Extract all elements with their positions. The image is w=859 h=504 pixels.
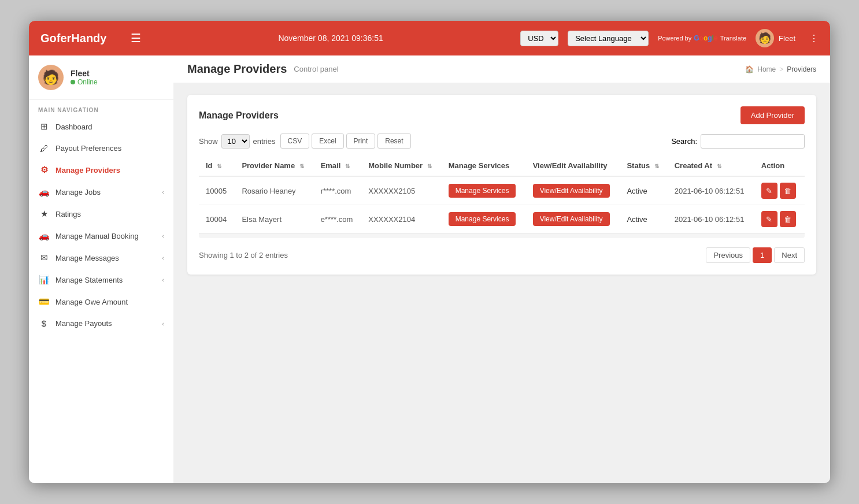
col-provider-name[interactable]: Provider Name ⇅ bbox=[235, 155, 313, 176]
cell-action-2: ✎ 🗑 bbox=[754, 205, 805, 234]
cell-availability-1: View/Edit Availability bbox=[526, 176, 620, 205]
cell-id-1: 10005 bbox=[199, 176, 235, 205]
sidebar-item-owe-amount[interactable]: 💳 Manage Owe Amount bbox=[29, 291, 173, 313]
table-row: 10004 Elsa Mayert e****.com XXXXXX2104 M… bbox=[199, 205, 805, 234]
page-1-button[interactable]: 1 bbox=[753, 247, 772, 263]
cell-status-1: Active bbox=[620, 176, 667, 205]
view-availability-btn-2[interactable]: View/Edit Availability bbox=[533, 212, 610, 226]
card-title: Manage Providers bbox=[199, 110, 279, 121]
breadcrumb: 🏠 Home > Providers bbox=[745, 65, 816, 73]
next-button[interactable]: Next bbox=[774, 247, 805, 263]
jobs-icon: 🚗 bbox=[38, 187, 50, 197]
excel-button[interactable]: Excel bbox=[312, 134, 343, 149]
sidebar-label-booking: Manage Manual Booking bbox=[55, 232, 156, 240]
delete-btn-2[interactable]: 🗑 bbox=[780, 211, 796, 227]
google-logo: Google bbox=[694, 34, 717, 42]
header: GoferHandy ☰ November 08, 2021 09:36:51 … bbox=[29, 21, 830, 55]
search-label: Search: bbox=[671, 137, 697, 146]
cell-availability-2: View/Edit Availability bbox=[526, 205, 620, 234]
payouts-arrow: ‹ bbox=[162, 320, 164, 327]
messages-arrow: ‹ bbox=[162, 254, 164, 261]
hamburger-icon[interactable]: ☰ bbox=[131, 31, 141, 45]
horizontal-scrollbar[interactable] bbox=[199, 234, 805, 238]
sidebar-item-manual-booking[interactable]: 🚗 Manage Manual Booking ‹ bbox=[29, 225, 173, 247]
print-button[interactable]: Print bbox=[346, 134, 376, 149]
sidebar-label-messages: Manage Messages bbox=[55, 254, 156, 262]
table-wrapper: Id ⇅ Provider Name ⇅ Email ⇅ Mobile Numb… bbox=[199, 155, 805, 234]
entries-select[interactable]: 10 25 50 bbox=[221, 134, 250, 149]
statements-arrow: ‹ bbox=[162, 276, 164, 283]
language-select[interactable]: Select Language bbox=[568, 31, 649, 46]
page-subtitle: Control panel bbox=[294, 65, 338, 73]
export-buttons: CSV Excel Print Reset bbox=[280, 134, 411, 149]
reset-button[interactable]: Reset bbox=[377, 134, 410, 149]
show-label: Show bbox=[199, 137, 218, 146]
delete-btn-1[interactable]: 🗑 bbox=[780, 183, 796, 199]
sidebar-label-statements: Manage Statements bbox=[55, 276, 156, 284]
sidebar-nav: ⊞ Dashboard 🖊 Payout Preferences ⚙ Manag… bbox=[29, 116, 173, 334]
breadcrumb-bar: Manage Providers Control panel 🏠 Home > … bbox=[173, 55, 830, 83]
booking-arrow: ‹ bbox=[162, 232, 164, 239]
edit-btn-1[interactable]: ✎ bbox=[761, 183, 777, 199]
manage-services-btn-2[interactable]: Manage Services bbox=[449, 212, 516, 226]
col-created-at[interactable]: Created At ⇅ bbox=[668, 155, 754, 176]
edit-btn-2[interactable]: ✎ bbox=[761, 211, 777, 227]
sidebar-user-status: Online bbox=[71, 78, 98, 86]
col-email[interactable]: Email ⇅ bbox=[314, 155, 362, 176]
main-content: Manage Providers Control panel 🏠 Home > … bbox=[173, 55, 830, 483]
table-row: 10005 Rosario Heaney r****.com XXXXXX210… bbox=[199, 176, 805, 205]
share-icon[interactable]: ⋮ bbox=[809, 33, 819, 44]
sidebar-label-dashboard: Dashboard bbox=[55, 123, 164, 131]
table-controls: Show 10 25 50 entries CSV Excel Print bbox=[199, 134, 805, 149]
sidebar-item-statements[interactable]: 📊 Manage Statements ‹ bbox=[29, 269, 173, 291]
sidebar-item-ratings[interactable]: ★ Ratings bbox=[29, 203, 173, 225]
cell-mobile-2: XXXXXX2104 bbox=[361, 205, 441, 234]
view-availability-btn-1[interactable]: View/Edit Availability bbox=[533, 184, 610, 198]
datetime-display: November 08, 2021 09:36:51 bbox=[150, 34, 511, 43]
cell-services-2: Manage Services bbox=[442, 205, 526, 234]
col-availability: View/Edit Availability bbox=[526, 155, 620, 176]
search-area: Search: bbox=[671, 134, 805, 149]
owe-icon: 💳 bbox=[38, 297, 50, 307]
col-id[interactable]: Id ⇅ bbox=[199, 155, 235, 176]
sidebar-item-dashboard[interactable]: ⊞ Dashboard bbox=[29, 116, 173, 138]
messages-icon: ✉ bbox=[38, 253, 50, 263]
sidebar: 🧑 Fleet Online MAIN NAVIGATION ⊞ Dashboa… bbox=[29, 55, 173, 483]
cell-mobile-1: XXXXXX2105 bbox=[361, 176, 441, 205]
sidebar-item-payout-preferences[interactable]: 🖊 Payout Preferences bbox=[29, 138, 173, 159]
currency-select[interactable]: USD bbox=[520, 31, 558, 46]
providers-icon: ⚙ bbox=[38, 165, 50, 175]
sidebar-item-manage-jobs[interactable]: 🚗 Manage Jobs ‹ bbox=[29, 181, 173, 203]
search-input[interactable] bbox=[701, 134, 805, 149]
cell-created-1: 2021-06-10 06:12:51 bbox=[668, 176, 754, 205]
csv-button[interactable]: CSV bbox=[280, 134, 310, 149]
entries-label: entries bbox=[253, 137, 276, 146]
sidebar-item-messages[interactable]: ✉ Manage Messages ‹ bbox=[29, 247, 173, 269]
user-info: 🧑 Fleet bbox=[756, 29, 795, 47]
sidebar-item-payouts[interactable]: $ Manage Payouts ‹ bbox=[29, 313, 173, 334]
cell-status-2: Active bbox=[620, 205, 667, 234]
cell-name-2: Elsa Mayert bbox=[235, 205, 313, 234]
breadcrumb-current: Providers bbox=[787, 65, 816, 73]
sidebar-label-payout: Payout Preferences bbox=[55, 144, 164, 153]
sidebar-user-name: Fleet bbox=[71, 69, 98, 78]
app-logo: GoferHandy bbox=[40, 32, 121, 45]
add-provider-button[interactable]: Add Provider bbox=[740, 106, 805, 124]
cell-email-1: r****.com bbox=[314, 176, 362, 205]
jobs-arrow: ‹ bbox=[162, 188, 164, 195]
cell-action-1: ✎ 🗑 bbox=[754, 176, 805, 205]
col-status[interactable]: Status ⇅ bbox=[620, 155, 667, 176]
providers-card: Manage Providers Add Provider Show 10 25… bbox=[187, 95, 816, 275]
col-mobile[interactable]: Mobile Number ⇅ bbox=[361, 155, 441, 176]
cell-email-2: e****.com bbox=[314, 205, 362, 234]
manage-services-btn-1[interactable]: Manage Services bbox=[449, 184, 516, 198]
sidebar-label-jobs: Manage Jobs bbox=[55, 188, 156, 197]
dashboard-icon: ⊞ bbox=[38, 121, 50, 132]
nav-section-label: MAIN NAVIGATION bbox=[29, 100, 173, 116]
sidebar-label-providers: Manage Providers bbox=[55, 166, 164, 175]
header-user-name: Fleet bbox=[779, 34, 795, 43]
breadcrumb-home[interactable]: Home bbox=[757, 65, 776, 73]
payouts-icon: $ bbox=[38, 318, 50, 328]
previous-button[interactable]: Previous bbox=[706, 247, 750, 263]
sidebar-item-manage-providers[interactable]: ⚙ Manage Providers bbox=[29, 159, 173, 181]
